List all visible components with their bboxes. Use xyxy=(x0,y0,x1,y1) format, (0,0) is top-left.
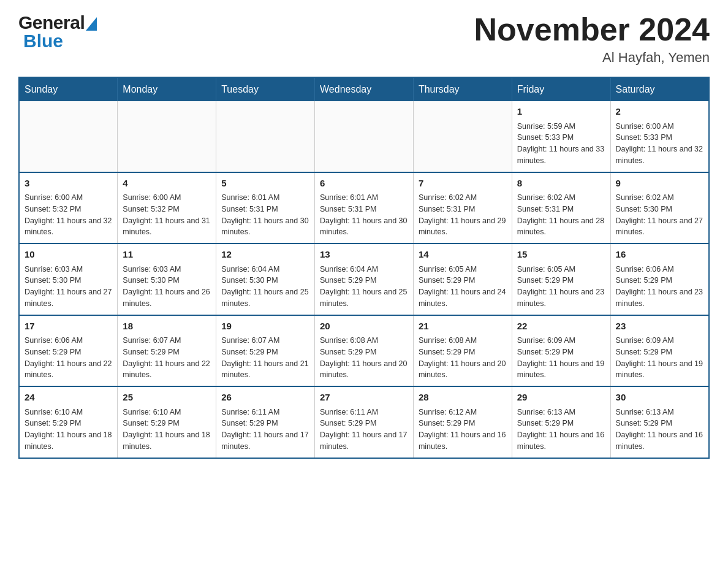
day-info: Sunrise: 6:08 AM Sunset: 5:29 PM Dayligh… xyxy=(419,335,507,381)
page-header: General Blue November 2024 Al Hayfah, Ye… xyxy=(18,12,710,66)
calendar-cell: 30Sunrise: 6:13 AM Sunset: 5:29 PM Dayli… xyxy=(610,386,709,458)
calendar-cell: 14Sunrise: 6:05 AM Sunset: 5:29 PM Dayli… xyxy=(413,243,512,315)
calendar-table: SundayMondayTuesdayWednesdayThursdayFrid… xyxy=(18,77,710,459)
calendar-header-row: SundayMondayTuesdayWednesdayThursdayFrid… xyxy=(19,77,709,101)
day-info: Sunrise: 6:09 AM Sunset: 5:29 PM Dayligh… xyxy=(616,335,703,381)
calendar-week-row: 10Sunrise: 6:03 AM Sunset: 5:30 PM Dayli… xyxy=(19,243,709,315)
day-number: 8 xyxy=(517,177,605,191)
calendar-cell: 16Sunrise: 6:06 AM Sunset: 5:29 PM Dayli… xyxy=(610,243,709,315)
day-number: 23 xyxy=(616,320,703,334)
calendar-cell: 9Sunrise: 6:02 AM Sunset: 5:30 PM Daylig… xyxy=(610,172,709,244)
calendar-cell: 3Sunrise: 6:00 AM Sunset: 5:32 PM Daylig… xyxy=(19,172,118,244)
day-number: 25 xyxy=(123,391,211,405)
day-number: 22 xyxy=(517,320,605,334)
day-info: Sunrise: 6:06 AM Sunset: 5:29 PM Dayligh… xyxy=(616,264,703,310)
day-number: 19 xyxy=(221,320,309,334)
day-info: Sunrise: 6:11 AM Sunset: 5:29 PM Dayligh… xyxy=(320,407,408,453)
day-number: 9 xyxy=(616,177,703,191)
day-info: Sunrise: 6:10 AM Sunset: 5:29 PM Dayligh… xyxy=(123,407,211,453)
day-info: Sunrise: 6:08 AM Sunset: 5:29 PM Dayligh… xyxy=(320,335,408,381)
day-number: 26 xyxy=(221,391,309,405)
day-number: 29 xyxy=(517,391,605,405)
day-info: Sunrise: 6:04 AM Sunset: 5:29 PM Dayligh… xyxy=(320,264,408,310)
day-info: Sunrise: 6:10 AM Sunset: 5:29 PM Dayligh… xyxy=(25,407,112,453)
calendar-cell: 2Sunrise: 6:00 AM Sunset: 5:33 PM Daylig… xyxy=(610,101,709,172)
calendar-cell: 12Sunrise: 6:04 AM Sunset: 5:30 PM Dayli… xyxy=(216,243,315,315)
calendar-week-row: 17Sunrise: 6:06 AM Sunset: 5:29 PM Dayli… xyxy=(19,315,709,387)
calendar-cell: 13Sunrise: 6:04 AM Sunset: 5:29 PM Dayli… xyxy=(315,243,414,315)
day-number: 6 xyxy=(320,177,408,191)
day-number: 11 xyxy=(123,248,211,262)
logo: General Blue xyxy=(18,12,97,52)
day-info: Sunrise: 6:12 AM Sunset: 5:29 PM Dayligh… xyxy=(419,407,507,453)
calendar-cell: 1Sunrise: 5:59 AM Sunset: 5:33 PM Daylig… xyxy=(512,101,610,172)
day-info: Sunrise: 6:07 AM Sunset: 5:29 PM Dayligh… xyxy=(123,335,211,381)
day-info: Sunrise: 6:13 AM Sunset: 5:29 PM Dayligh… xyxy=(616,407,703,453)
day-of-week-header: Tuesday xyxy=(216,77,315,101)
calendar-cell xyxy=(413,101,512,172)
day-number: 27 xyxy=(320,391,408,405)
day-number: 14 xyxy=(419,248,507,262)
day-info: Sunrise: 6:02 AM Sunset: 5:31 PM Dayligh… xyxy=(419,192,507,238)
month-year-title: November 2024 xyxy=(474,12,710,47)
logo-general-text: General xyxy=(18,12,85,33)
day-info: Sunrise: 6:03 AM Sunset: 5:30 PM Dayligh… xyxy=(123,264,211,310)
calendar-cell xyxy=(19,101,118,172)
calendar-cell: 6Sunrise: 6:01 AM Sunset: 5:31 PM Daylig… xyxy=(315,172,414,244)
calendar-cell: 27Sunrise: 6:11 AM Sunset: 5:29 PM Dayli… xyxy=(315,386,414,458)
calendar-cell: 29Sunrise: 6:13 AM Sunset: 5:29 PM Dayli… xyxy=(512,386,610,458)
calendar-cell: 24Sunrise: 6:10 AM Sunset: 5:29 PM Dayli… xyxy=(19,386,118,458)
day-number: 24 xyxy=(25,391,112,405)
day-info: Sunrise: 6:00 AM Sunset: 5:33 PM Dayligh… xyxy=(616,121,703,167)
day-of-week-header: Friday xyxy=(512,77,610,101)
calendar-cell: 18Sunrise: 6:07 AM Sunset: 5:29 PM Dayli… xyxy=(118,315,216,387)
day-number: 20 xyxy=(320,320,408,334)
calendar-cell: 23Sunrise: 6:09 AM Sunset: 5:29 PM Dayli… xyxy=(610,315,709,387)
day-number: 1 xyxy=(517,105,605,119)
calendar-week-row: 3Sunrise: 6:00 AM Sunset: 5:32 PM Daylig… xyxy=(19,172,709,244)
calendar-cell: 21Sunrise: 6:08 AM Sunset: 5:29 PM Dayli… xyxy=(413,315,512,387)
calendar-cell: 7Sunrise: 6:02 AM Sunset: 5:31 PM Daylig… xyxy=(413,172,512,244)
calendar-week-row: 24Sunrise: 6:10 AM Sunset: 5:29 PM Dayli… xyxy=(19,386,709,458)
day-info: Sunrise: 6:06 AM Sunset: 5:29 PM Dayligh… xyxy=(25,335,112,381)
day-number: 2 xyxy=(616,105,703,119)
calendar-cell: 8Sunrise: 6:02 AM Sunset: 5:31 PM Daylig… xyxy=(512,172,610,244)
day-number: 10 xyxy=(25,248,112,262)
day-number: 17 xyxy=(25,320,112,334)
calendar-cell: 4Sunrise: 6:00 AM Sunset: 5:32 PM Daylig… xyxy=(118,172,216,244)
day-info: Sunrise: 6:13 AM Sunset: 5:29 PM Dayligh… xyxy=(517,407,605,453)
day-info: Sunrise: 6:05 AM Sunset: 5:29 PM Dayligh… xyxy=(419,264,507,310)
day-of-week-header: Wednesday xyxy=(315,77,414,101)
logo-arrow-icon xyxy=(86,17,97,31)
day-number: 12 xyxy=(221,248,309,262)
day-number: 28 xyxy=(419,391,507,405)
calendar-cell: 11Sunrise: 6:03 AM Sunset: 5:30 PM Dayli… xyxy=(118,243,216,315)
calendar-cell: 28Sunrise: 6:12 AM Sunset: 5:29 PM Dayli… xyxy=(413,386,512,458)
day-of-week-header: Thursday xyxy=(413,77,512,101)
day-of-week-header: Sunday xyxy=(19,77,118,101)
day-info: Sunrise: 6:02 AM Sunset: 5:30 PM Dayligh… xyxy=(616,192,703,238)
day-info: Sunrise: 6:02 AM Sunset: 5:31 PM Dayligh… xyxy=(517,192,605,238)
calendar-cell: 20Sunrise: 6:08 AM Sunset: 5:29 PM Dayli… xyxy=(315,315,414,387)
day-number: 3 xyxy=(25,177,112,191)
calendar-cell: 5Sunrise: 6:01 AM Sunset: 5:31 PM Daylig… xyxy=(216,172,315,244)
day-number: 15 xyxy=(517,248,605,262)
day-number: 4 xyxy=(123,177,211,191)
day-info: Sunrise: 6:07 AM Sunset: 5:29 PM Dayligh… xyxy=(221,335,309,381)
day-number: 13 xyxy=(320,248,408,262)
day-number: 7 xyxy=(419,177,507,191)
calendar-cell: 22Sunrise: 6:09 AM Sunset: 5:29 PM Dayli… xyxy=(512,315,610,387)
day-info: Sunrise: 6:05 AM Sunset: 5:29 PM Dayligh… xyxy=(517,264,605,310)
day-info: Sunrise: 6:01 AM Sunset: 5:31 PM Dayligh… xyxy=(221,192,309,238)
day-info: Sunrise: 6:00 AM Sunset: 5:32 PM Dayligh… xyxy=(25,192,112,238)
day-number: 21 xyxy=(419,320,507,334)
day-info: Sunrise: 6:11 AM Sunset: 5:29 PM Dayligh… xyxy=(221,407,309,453)
day-info: Sunrise: 6:04 AM Sunset: 5:30 PM Dayligh… xyxy=(221,264,309,310)
day-number: 18 xyxy=(123,320,211,334)
day-of-week-header: Monday xyxy=(118,77,216,101)
logo-blue-text: Blue xyxy=(21,31,97,52)
day-of-week-header: Saturday xyxy=(610,77,709,101)
day-info: Sunrise: 6:03 AM Sunset: 5:30 PM Dayligh… xyxy=(25,264,112,310)
calendar-cell xyxy=(118,101,216,172)
calendar-week-row: 1Sunrise: 5:59 AM Sunset: 5:33 PM Daylig… xyxy=(19,101,709,172)
